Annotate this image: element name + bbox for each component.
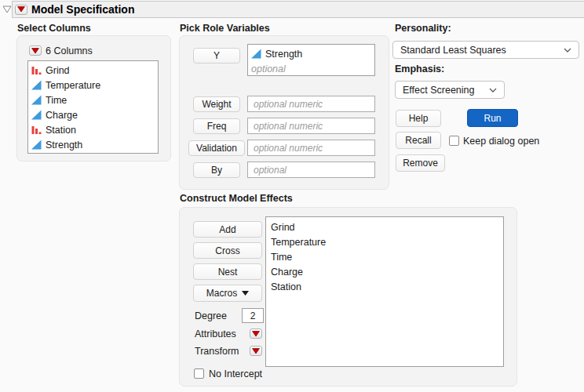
macros-label: Macros	[206, 288, 237, 299]
columns-count-label: 6 Columns	[46, 45, 93, 56]
freq-role-button[interactable]: Freq	[193, 118, 240, 134]
personality-value: Standard Least Squares	[400, 45, 506, 56]
freq-role-input[interactable]: optional numeric	[247, 118, 375, 134]
personality-label: Personality:	[395, 23, 451, 34]
red-triangle-icon	[252, 348, 260, 354]
disclosure-triangle-icon[interactable]	[2, 5, 12, 13]
by-role-button[interactable]: By	[193, 162, 240, 178]
column-item-label: Station	[46, 125, 76, 136]
attributes-red-triangle-button[interactable]	[250, 328, 262, 339]
continuous-icon	[31, 140, 42, 150]
no-intercept-label: No Intercept	[209, 368, 262, 379]
model-effects-listbox[interactable]: Grind Temperature Time Charge Station	[265, 216, 504, 367]
y-role-item-label: Strength	[265, 49, 302, 60]
column-item[interactable]: Charge	[28, 107, 158, 122]
column-item-label: Time	[46, 95, 67, 106]
construct-model-effects-label: Construct Model Effects	[180, 193, 293, 204]
y-role-placeholder: optional	[248, 61, 374, 76]
column-item-label: Temperature	[46, 80, 100, 91]
freq-placeholder: optional numeric	[254, 121, 323, 132]
emphasis-dropdown[interactable]: Effect Screening	[395, 81, 505, 99]
continuous-icon	[31, 110, 42, 120]
model-specification-dialog: Model Specification Select Columns 6 Col…	[0, 0, 584, 392]
pick-role-variables-label: Pick Role Variables	[180, 23, 270, 34]
remove-button[interactable]: Remove	[396, 154, 445, 172]
column-item[interactable]: Strength	[28, 137, 158, 152]
dropdown-triangle-icon	[242, 291, 249, 296]
validation-role-input[interactable]: optional numeric	[247, 140, 375, 156]
attributes-label: Attributes	[195, 328, 236, 339]
recall-button[interactable]: Recall	[396, 132, 441, 149]
validation-role-button[interactable]: Validation	[188, 140, 245, 156]
personality-dropdown[interactable]: Standard Least Squares	[392, 41, 579, 59]
column-item[interactable]: Temperature	[28, 78, 158, 93]
emphasis-value: Effect Screening	[403, 85, 475, 96]
macros-button[interactable]: Macros	[193, 285, 262, 302]
weight-role-input[interactable]: optional numeric	[247, 96, 375, 112]
effect-item[interactable]: Grind	[266, 220, 503, 234]
by-role-input[interactable]: optional	[247, 162, 375, 178]
red-triangle-menu-button[interactable]	[15, 5, 27, 15]
continuous-icon	[31, 95, 42, 105]
red-triangle-icon	[252, 331, 260, 337]
red-triangle-icon	[31, 48, 39, 54]
column-item[interactable]: Station	[28, 122, 158, 137]
effect-item[interactable]: Charge	[266, 264, 503, 279]
titlebar: Model Specification	[12, 1, 584, 18]
transform-red-triangle-button[interactable]	[250, 346, 262, 356]
red-triangle-icon	[17, 6, 25, 13]
columns-red-triangle-menu-button[interactable]	[29, 45, 42, 56]
column-item[interactable]: Time	[28, 93, 158, 107]
validation-placeholder: optional numeric	[254, 143, 323, 154]
run-button[interactable]: Run	[467, 109, 518, 127]
continuous-icon	[31, 80, 42, 90]
chevron-down-icon	[489, 88, 497, 93]
nest-button[interactable]: Nest	[193, 263, 262, 280]
weight-placeholder: optional numeric	[254, 99, 323, 110]
chevron-down-icon	[564, 48, 571, 53]
y-role-item[interactable]: Strength	[248, 46, 374, 61]
column-item[interactable]: Grind	[28, 63, 158, 78]
page-title: Model Specification	[31, 3, 134, 16]
keep-dialog-open-label: Keep dialog open	[463, 136, 539, 147]
select-columns-label: Select Columns	[17, 23, 91, 34]
effect-item[interactable]: Time	[266, 249, 503, 264]
cross-button[interactable]: Cross	[193, 242, 262, 259]
column-item-label: Grind	[46, 65, 70, 76]
column-item-label: Charge	[46, 110, 78, 121]
nominal-icon	[31, 65, 42, 75]
add-button[interactable]: Add	[193, 221, 262, 238]
by-placeholder: optional	[254, 165, 287, 176]
no-intercept-checkbox[interactable]	[194, 368, 204, 379]
column-item-label: Strength	[46, 140, 82, 151]
effect-item[interactable]: Station	[266, 279, 503, 294]
degree-input[interactable]: 2	[242, 308, 264, 323]
y-role-listbox[interactable]: Strength optional	[247, 44, 375, 76]
degree-label: Degree	[195, 310, 227, 321]
columns-listbox[interactable]: Grind Temperature Time Charge Station	[27, 60, 159, 154]
nominal-icon	[31, 125, 42, 135]
transform-label: Transform	[195, 346, 239, 357]
emphasis-label: Emphasis:	[395, 64, 444, 74]
continuous-icon	[251, 49, 261, 59]
y-role-button[interactable]: Y	[193, 48, 240, 64]
effect-item[interactable]: Temperature	[266, 234, 503, 249]
keep-dialog-open-checkbox[interactable]	[449, 136, 459, 146]
weight-role-button[interactable]: Weight	[193, 96, 240, 112]
help-button[interactable]: Help	[396, 110, 441, 127]
